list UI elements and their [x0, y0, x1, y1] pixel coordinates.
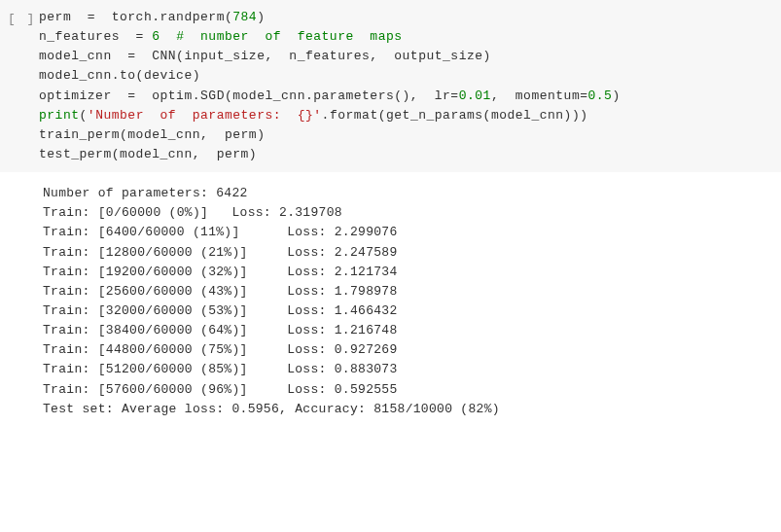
- code-number: 0.5: [588, 89, 613, 103]
- output-line: Train: [19200/60000 (32%)] Loss: 2.12173…: [43, 263, 773, 282]
- code-text: .format(get_n_params(model_cnn))): [322, 108, 588, 123]
- code-line: n_features = 6 # number of feature maps: [39, 27, 773, 47]
- output-line: Train: [32000/60000 (53%)] Loss: 1.46643…: [43, 301, 773, 321]
- output-line: Train: [6400/60000 (11%)] Loss: 2.299076: [43, 223, 773, 242]
- output-line: Train: [0/60000 (0%)] Loss: 2.319708: [43, 203, 773, 223]
- execution-count: [ ]: [8, 8, 39, 164]
- code-line: perm = torch.randperm(784): [39, 8, 773, 27]
- output-line: Train: [51200/60000 (85%)] Loss: 0.88307…: [43, 360, 773, 379]
- code-text: optimizer = optim.SGD(model_cnn.paramete…: [39, 89, 459, 103]
- code-string: 'Number of parameters: {}': [88, 108, 322, 123]
- code-text: , momentum=: [491, 89, 588, 103]
- gutter-brackets: [ ]: [8, 12, 36, 26]
- code-number: 784: [232, 10, 257, 24]
- output-line: Test set: Average loss: 0.5956, Accuracy…: [43, 400, 773, 419]
- cell-output: Number of parameters: 6422 Train: [0/600…: [0, 172, 781, 431]
- code-text: ): [257, 10, 265, 24]
- output-line: Train: [12800/60000 (21%)] Loss: 2.24758…: [43, 243, 773, 263]
- code-builtin: print: [39, 108, 80, 123]
- code-text: perm = torch.randperm(: [39, 10, 232, 24]
- code-text: [160, 29, 177, 44]
- code-text: n_features =: [39, 29, 152, 44]
- code-line: train_perm(model_cnn, perm): [39, 125, 773, 145]
- code-line: model_cnn = CNN(input_size, n_features, …: [39, 47, 773, 66]
- code-comment: # number of feature maps: [176, 29, 402, 44]
- output-line: Train: [44800/60000 (75%)] Loss: 0.92726…: [43, 340, 773, 360]
- code-line: model_cnn.to(device): [39, 66, 773, 86]
- output-line: Number of parameters: 6422: [43, 184, 773, 203]
- output-line: Train: [25600/60000 (43%)] Loss: 1.79897…: [43, 282, 773, 301]
- output-line: Train: [57600/60000 (96%)] Loss: 0.59255…: [43, 380, 773, 400]
- code-cell[interactable]: [ ] perm = torch.randperm(784) n_feature…: [0, 0, 781, 172]
- code-number: 0.01: [459, 89, 491, 103]
- code-editor[interactable]: perm = torch.randperm(784) n_features = …: [39, 8, 781, 164]
- output-line: Train: [38400/60000 (64%)] Loss: 1.21674…: [43, 321, 773, 340]
- code-text: ): [612, 89, 620, 103]
- code-line: print('Number of parameters: {}'.format(…: [39, 106, 773, 125]
- code-text: (: [80, 108, 88, 123]
- code-line: optimizer = optim.SGD(model_cnn.paramete…: [39, 87, 773, 106]
- code-line: test_perm(model_cnn, perm): [39, 145, 773, 164]
- code-number: 6: [152, 29, 160, 44]
